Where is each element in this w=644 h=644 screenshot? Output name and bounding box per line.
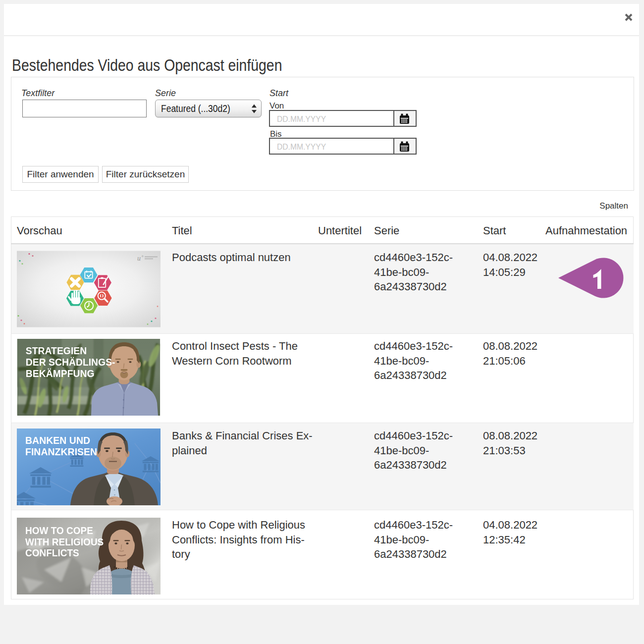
svg-text:u: u bbox=[137, 255, 141, 262]
svg-text:DER SCHÄDLINGS-: DER SCHÄDLINGS- bbox=[26, 357, 115, 368]
svg-text:b: b bbox=[142, 254, 144, 258]
svg-text:BEKÄMPFUNG: BEKÄMPFUNG bbox=[26, 368, 95, 379]
svg-text:WITH RELIGIOUS: WITH RELIGIOUS bbox=[25, 537, 104, 548]
svg-text:FINANZKRISEN: FINANZKRISEN bbox=[25, 446, 97, 457]
svg-text:STRATEGIEN: STRATEGIEN bbox=[26, 345, 87, 356]
svg-text:BANKEN UND: BANKEN UND bbox=[25, 435, 90, 446]
svg-text:HOW TO COPE: HOW TO COPE bbox=[25, 525, 93, 537]
svg-text:CONFLICTS: CONFLICTS bbox=[25, 547, 79, 559]
